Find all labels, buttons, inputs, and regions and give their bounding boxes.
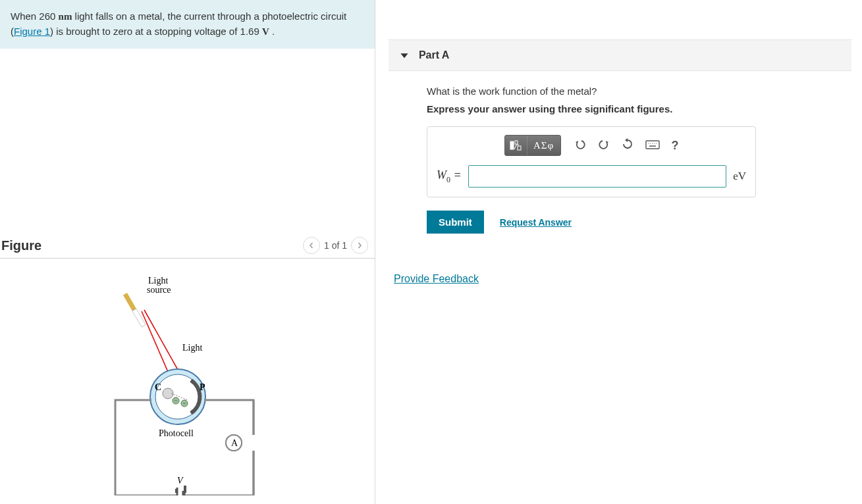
- undo-icon: [574, 138, 586, 150]
- chevron-right-icon: [356, 242, 363, 249]
- redo-icon: [598, 138, 610, 150]
- question-text: What is the work function of the metal?: [427, 86, 851, 97]
- figure-next-button[interactable]: [351, 237, 368, 254]
- submit-button[interactable]: Submit: [427, 211, 484, 234]
- diagram-c-label: C: [155, 382, 161, 392]
- answer-toolbar: ΑΣφ: [437, 135, 746, 156]
- diagram-p-label: P: [200, 382, 205, 392]
- figure-title: Figure: [1, 238, 41, 253]
- help-button[interactable]: ?: [672, 139, 679, 153]
- problem-text-end: .: [269, 26, 275, 37]
- diagram-light-label: Light: [182, 343, 202, 353]
- diagram-plus-label: +: [168, 494, 173, 495]
- template-icon: [510, 140, 522, 151]
- format-button-group: ΑΣφ: [504, 135, 561, 156]
- svg-rect-27: [246, 435, 261, 451]
- svg-text:A: A: [231, 438, 238, 448]
- wavelength-value: 260: [39, 11, 55, 22]
- unit-label: eV: [733, 170, 746, 183]
- svg-marker-36: [625, 138, 628, 142]
- svg-rect-0: [122, 293, 136, 311]
- part-title: Part A: [419, 49, 450, 61]
- diagram-light-source-label: Lightsource: [147, 276, 171, 295]
- undo-button[interactable]: [574, 138, 586, 153]
- problem-text-mid2: ) is brought to zero at a stopping volta…: [50, 26, 240, 37]
- greek-button[interactable]: ΑΣφ: [527, 136, 560, 155]
- photocell-diagram: Lightsource Light C: [89, 272, 286, 495]
- svg-rect-1: [132, 309, 145, 327]
- request-answer-link[interactable]: Request Answer: [500, 217, 572, 228]
- svg-rect-37: [646, 141, 659, 149]
- diagram-photocell-label: Photocell: [159, 428, 194, 438]
- instruction-text: Express your answer using three signific…: [427, 103, 851, 114]
- toolbar-actions: ?: [574, 138, 679, 153]
- diagram-v-label: V: [177, 476, 184, 486]
- figure-header: Figure 1 of 1: [0, 237, 375, 259]
- provide-feedback-link[interactable]: Provide Feedback: [394, 273, 479, 285]
- chevron-left-icon: [308, 242, 315, 249]
- disclosure-triangle-icon: ▼: [398, 51, 410, 60]
- answer-input[interactable]: [468, 165, 727, 188]
- figure-body[interactable]: Lightsource Light C: [0, 259, 375, 495]
- redo-button[interactable]: [598, 138, 610, 153]
- wavelength-unit: nm: [59, 11, 72, 22]
- part-header[interactable]: ▼ Part A: [389, 39, 851, 71]
- figure-block: Figure 1 of 1 Lightsource: [0, 237, 375, 495]
- figure-link[interactable]: Figure 1: [14, 26, 50, 37]
- keyboard-icon: [645, 140, 660, 149]
- figure-prev-button[interactable]: [303, 237, 320, 254]
- variable-label: W0 =: [437, 168, 462, 185]
- figure-page-label: 1 of 1: [324, 240, 347, 251]
- problem-text-pre: When: [11, 11, 39, 22]
- svg-rect-33: [518, 146, 521, 150]
- answer-box: ΑΣφ: [427, 126, 756, 197]
- svg-rect-32: [515, 141, 518, 144]
- left-panel: When 260 nm light falls on a metal, the …: [0, 0, 375, 504]
- template-button[interactable]: [505, 136, 527, 155]
- diagram-minus-label: −: [189, 494, 194, 495]
- answer-input-row: W0 = eV: [437, 165, 746, 188]
- svg-rect-31: [510, 141, 514, 149]
- voltage-value: 1.69: [240, 26, 259, 37]
- right-panel: ▼ Part A What is the work function of th…: [375, 0, 862, 504]
- figure-pager: 1 of 1: [303, 237, 368, 254]
- submit-row: Submit Request Answer: [427, 211, 851, 234]
- reset-icon: [622, 138, 633, 150]
- reset-button[interactable]: [622, 138, 633, 153]
- problem-statement: When 260 nm light falls on a metal, the …: [0, 0, 375, 49]
- voltage-unit: V: [262, 26, 269, 37]
- keyboard-button[interactable]: [645, 139, 660, 153]
- part-body: What is the work function of the metal? …: [389, 71, 851, 234]
